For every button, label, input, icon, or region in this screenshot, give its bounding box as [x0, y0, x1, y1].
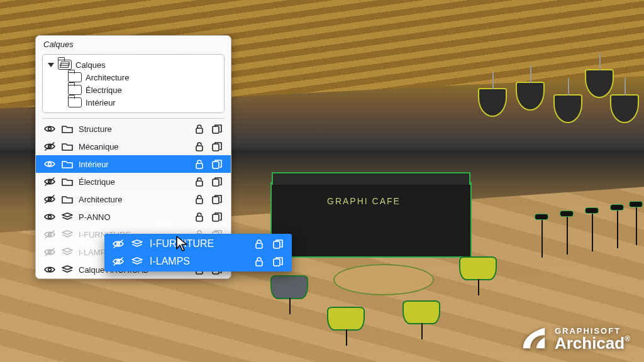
- unlock-icon[interactable]: [193, 177, 206, 187]
- eye-icon[interactable]: [43, 212, 56, 222]
- unlock-icon[interactable]: [193, 212, 206, 222]
- folder-icon: [61, 194, 74, 204]
- bar-stool: [535, 214, 548, 258]
- divider: [42, 118, 225, 119]
- chair: [327, 295, 365, 346]
- tree-item-label: Architecture: [86, 73, 129, 82]
- flyout-label: I-FURNITURE: [150, 238, 247, 250]
- eye-off-icon[interactable]: [43, 141, 56, 151]
- flyout-row: I-FURNITURE: [104, 235, 292, 253]
- layer-row[interactable]: Électrique: [36, 173, 231, 190]
- row-buttons: [193, 159, 223, 169]
- row-buttons: [193, 124, 223, 134]
- bar-stool: [560, 211, 574, 255]
- eye-icon[interactable]: [43, 159, 56, 169]
- folder-tree[interactable]: Calques Architecture Électrique Intérieu…: [42, 54, 225, 113]
- bar-stool: [629, 201, 643, 245]
- pendant-lamp: [553, 94, 582, 123]
- layer-icon: [61, 212, 74, 222]
- tree-item-label: Intérieur: [86, 98, 116, 107]
- copy-icon[interactable]: [211, 159, 223, 169]
- tree-item-electrique[interactable]: Électrique: [48, 84, 220, 96]
- layer-row[interactable]: Structure: [36, 120, 231, 138]
- folder-icon: [68, 85, 82, 95]
- folder-icon: [61, 141, 74, 151]
- eye-off-icon: [112, 239, 125, 249]
- unlock-icon: [253, 239, 265, 249]
- row-buttons: [193, 177, 223, 187]
- layer-row[interactable]: Architecture: [36, 190, 231, 208]
- tree-item-architecture[interactable]: Architecture: [48, 71, 220, 84]
- tree-item-interieur[interactable]: Intérieur: [48, 96, 220, 109]
- brand-line2: Archicad®: [555, 336, 630, 351]
- tree-root-label: Calques: [75, 60, 106, 70]
- folder-stack-icon: [58, 60, 72, 70]
- layer-row[interactable]: P-ANNO: [36, 208, 231, 226]
- eye-off-icon[interactable]: [43, 229, 56, 239]
- unlock-icon[interactable]: [193, 159, 206, 169]
- copy-icon[interactable]: [211, 212, 223, 222]
- chair: [270, 264, 308, 314]
- layer-row[interactable]: Mécanique: [36, 138, 231, 155]
- brand-mark-icon: [519, 324, 548, 353]
- eye-off-icon: [112, 256, 125, 266]
- folder-icon: [68, 97, 82, 107]
- layer-icon: [61, 265, 74, 275]
- copy-icon[interactable]: [211, 124, 223, 134]
- layer-name[interactable]: Mécanique: [79, 142, 188, 151]
- folder-icon: [61, 124, 74, 134]
- drag-flyout: I-FURNITURE I-LAMPS: [104, 234, 292, 272]
- brand-watermark: GRAPHISOFT Archicad®: [519, 324, 630, 353]
- row-buttons: [193, 212, 223, 222]
- chair: [402, 289, 440, 339]
- folder-icon: [68, 72, 82, 82]
- pendant-lamp: [585, 69, 614, 98]
- unlock-icon: [253, 256, 265, 266]
- copy-icon[interactable]: [211, 194, 223, 204]
- layer-name[interactable]: P-ANNO: [79, 212, 188, 222]
- layer-icon: [131, 239, 143, 249]
- bar-counter: [270, 182, 472, 258]
- disclosure-triangle-icon[interactable]: [48, 63, 54, 67]
- palette-title: Calques: [36, 36, 231, 52]
- eye-icon[interactable]: [43, 265, 56, 275]
- layer-icon: [131, 256, 143, 266]
- flyout-row: I-LAMPS: [104, 253, 292, 270]
- folder-icon: [61, 177, 74, 187]
- bar-sign: GRAPHI CAFE: [327, 196, 401, 206]
- copy-icon: [272, 239, 284, 249]
- bar-stool: [610, 204, 624, 248]
- eye-off-icon[interactable]: [43, 247, 56, 257]
- copy-icon[interactable]: [211, 177, 223, 187]
- unlock-icon[interactable]: [193, 124, 206, 134]
- flyout-label: I-LAMPS: [150, 256, 247, 267]
- pendant-lamp: [478, 88, 507, 117]
- copy-icon[interactable]: [211, 141, 223, 151]
- tree-item-label: Électrique: [86, 85, 122, 95]
- unlock-icon[interactable]: [193, 194, 206, 204]
- layer-icon: [61, 247, 74, 257]
- layer-name[interactable]: Architecture: [79, 195, 188, 204]
- tree-root[interactable]: Calques: [48, 58, 220, 71]
- eye-icon[interactable]: [43, 124, 56, 134]
- eye-off-icon[interactable]: [43, 194, 56, 204]
- layer-row[interactable]: Intérieur: [36, 155, 231, 173]
- pendant-lamp: [610, 94, 639, 123]
- layer-name[interactable]: Intérieur: [79, 160, 188, 169]
- layer-name[interactable]: Électrique: [79, 177, 188, 187]
- row-buttons: [193, 141, 223, 151]
- layer-icon: [61, 229, 74, 239]
- bar-stool: [585, 207, 599, 251]
- unlock-icon[interactable]: [193, 141, 206, 151]
- eye-off-icon[interactable]: [43, 177, 56, 187]
- chair: [459, 245, 497, 295]
- row-buttons: [193, 194, 223, 204]
- pendant-lamp: [516, 82, 545, 111]
- copy-icon: [272, 256, 284, 266]
- folder-icon: [61, 159, 74, 169]
- layer-name[interactable]: Structure: [79, 124, 188, 134]
